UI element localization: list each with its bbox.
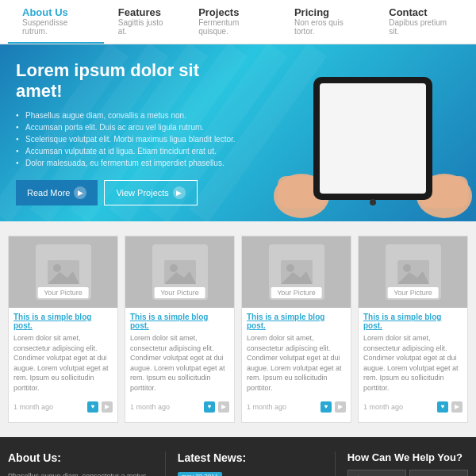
hero-section: Lorem ipsum dolor sit amet! Phasellus au… [0,44,476,221]
blog-body: This is a simple blog post. Lorem dolor … [125,308,234,398]
blog-date: 1 month ago [130,403,170,411]
blog-footer: 1 month ago ♥ ▶ [9,398,117,416]
hero-list-item: Accumsan vulputate at id ligua. Etiam ti… [16,147,238,155]
blog-image: Your Picture [125,236,234,308]
svg-point-12 [370,199,376,205]
footer-news: Latest News: may 23 2011 Lorem ipsum dol… [178,451,323,476]
nav-item-contact[interactable]: ContactDapibus pretium sit. [374,0,468,44]
blog-card: Your Picture This is a simple blog post.… [241,236,351,423]
blog-card: Your Picture This is a simple blog post.… [358,236,468,423]
footer-about-title: About Us: [8,451,153,464]
navigation: About UsSuspendisse rutrum.FeaturesSagit… [0,0,476,44]
nav-item-about-us[interactable]: About UsSuspendisse rutrum. [8,0,104,44]
svg-point-17 [170,264,178,272]
svg-rect-11 [320,83,426,194]
nav-sub: Non eros quis tortor. [294,18,360,36]
hero-list: Phasellus augue diam, convallis a metus … [16,111,238,167]
news-item: may 23 2011 Lorem ipsum dolor sit amet, … [178,470,323,476]
hero-title: Lorem ipsum dolor sit amet! [16,60,238,102]
name-row [347,470,468,476]
share-button[interactable]: ▶ [451,401,463,413]
blog-actions: ♥ ▶ [204,401,229,413]
last-name-input[interactable] [409,470,468,476]
like-button[interactable]: ♥ [437,401,448,413]
blog-date: 1 month ago [247,403,286,411]
blog-text: Lorem dolor sit amet, consectetur adipis… [363,333,463,393]
nav-sub: Dapibus pretium sit. [389,18,454,36]
first-name-input[interactable] [347,470,406,476]
arrow-icon: ▶ [74,186,86,199]
like-button[interactable]: ♥ [321,401,332,413]
hero-list-item: Accumsan porta elit. Duis ac arcu vel li… [16,123,238,132]
blog-date: 1 month ago [363,403,403,411]
blog-footer: 1 month ago ♥ ▶ [359,398,467,416]
footer-about: About Us: Phasellus augue diam, consecte… [8,451,153,476]
arrow-icon: ▶ [173,186,186,199]
nav-sub: Fermentum quisque. [198,18,266,36]
nav-item-projects[interactable]: ProjectsFermentum quisque. [184,0,280,44]
blog-actions: ♥ ▶ [437,401,463,413]
hero-content: Lorem ipsum dolor sit amet! Phasellus au… [0,44,254,221]
like-button[interactable]: ♥ [87,401,98,413]
blog-body: This is a simple blog post. Lorem dolor … [242,308,351,398]
blog-date: 1 month ago [13,403,53,411]
nav-sub: Suspendisse rutrum. [22,18,90,36]
hero-buttons: Read More ▶ View Projects ▶ [16,180,238,205]
hero-list-item: Phasellus augue diam, convallis a metus … [16,111,238,120]
divider [165,451,166,476]
blog-section: Your Picture This is a simple blog post.… [0,221,476,437]
blog-body: This is a simple blog post. Lorem dolor … [359,308,467,398]
blog-text: Lorem dolor sit amet, consectetur adipis… [130,333,229,393]
footer-news-title: Latest News: [178,451,323,464]
footer-about-text1: Phasellus augue diam, consectetur a metu… [8,470,153,476]
nav-title: Contact [389,6,454,18]
footer-contact: How Can We Help You? Submit [347,451,468,476]
blog-card: Your Picture This is a simple blog post.… [8,236,118,423]
blog-text: Lorem dolor sit amet, consectetur adipis… [13,333,113,393]
nav-title: Pricing [294,6,360,18]
share-button[interactable]: ▶ [218,401,229,413]
blog-image: Your Picture [242,236,351,308]
blog-image: Your Picture [9,236,117,308]
nav-sub: Sagittis justo at. [118,18,170,36]
contact-title: How Can We Help You? [347,451,468,463]
nav-title: About Us [22,6,90,18]
ribbon-label: Your Picture [37,287,89,298]
svg-point-23 [403,264,411,272]
nav-title: Features [118,6,170,18]
ribbon-label: Your Picture [271,287,322,298]
hero-list-item: Scelerisque volutpat elit. Morbi maximus… [16,135,238,144]
divider2 [335,451,336,476]
blog-footer: 1 month ago ♥ ▶ [242,398,351,416]
share-button[interactable]: ▶ [335,401,346,413]
hero-list-item: Dolor malesuada, eu fermentum est imperd… [16,159,238,167]
footer: About Us: Phasellus augue diam, consecte… [0,437,476,476]
blog-actions: ♥ ▶ [321,401,346,413]
ribbon-label: Your Picture [387,287,439,298]
svg-point-20 [286,264,294,272]
svg-point-14 [53,264,61,272]
like-button[interactable]: ♥ [204,401,215,413]
blog-actions: ♥ ▶ [87,401,113,413]
nav-item-features[interactable]: FeaturesSagittis justo at. [104,0,184,44]
hero-image [270,61,476,221]
news-date-badge: may 23 2011 [178,472,222,476]
read-more-button[interactable]: Read More ▶ [16,180,98,205]
blog-card: Your Picture This is a simple blog post.… [125,236,235,423]
blog-text: Lorem dolor sit amet, consectetur adipis… [247,333,346,393]
blog-footer: 1 month ago ♥ ▶ [125,398,234,416]
nav-item-pricing[interactable]: PricingNon eros quis tortor. [280,0,374,44]
nav-title: Projects [198,6,266,18]
blog-image: Your Picture [359,236,467,308]
blog-title-link[interactable]: This is a simple blog post. [13,313,113,330]
blog-title-link[interactable]: This is a simple blog post. [130,313,229,330]
blog-title-link[interactable]: This is a simple blog post. [247,313,346,330]
blog-body: This is a simple blog post. Lorem dolor … [9,308,117,398]
share-button[interactable]: ▶ [102,401,113,413]
view-projects-button[interactable]: View Projects ▶ [104,180,197,205]
blog-title-link[interactable]: This is a simple blog post. [363,313,463,330]
ribbon-label: Your Picture [154,287,205,298]
